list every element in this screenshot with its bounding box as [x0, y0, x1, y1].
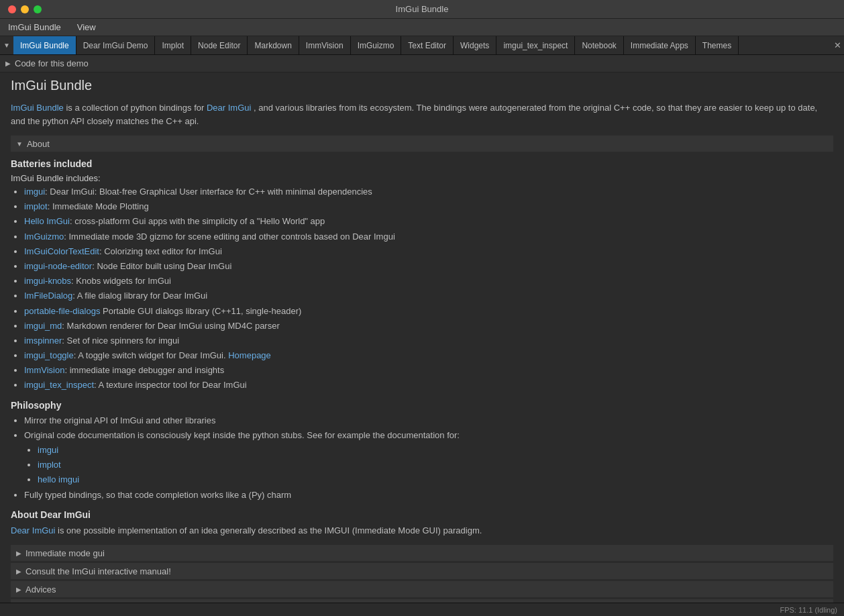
about-collapsible[interactable]: ▼ About [11, 136, 833, 152]
link-imgui-tex-inspect[interactable]: imgui_tex_inspect [24, 380, 94, 390]
title-bar: ImGui Bundle [0, 0, 844, 19]
list-item: ImGuiColorTextEdit: Colorizing text edit… [24, 246, 833, 258]
exp-label-2: Advices [25, 584, 56, 595]
about-arrow-icon: ▼ [16, 140, 23, 148]
code-bar-arrow-icon: ▶ [5, 60, 11, 67]
tab-node-editor[interactable]: Node Editor [191, 36, 248, 54]
phil-sub-item-implot: implot [38, 459, 833, 471]
battery-text-4: : Colorizing text editor for ImGui [99, 246, 222, 256]
tab-dear-imgui-demo[interactable]: Dear ImGui Demo [76, 36, 156, 54]
link-dear-imgui-2[interactable]: Dear ImGui [11, 525, 55, 535]
philosophy-heading: Philosophy [11, 400, 833, 411]
list-item: imgui-knobs: Knobs widgets for ImGui [24, 275, 833, 287]
batteries-heading: Batteries included [11, 158, 833, 169]
tab-bar: ▼ ImGui Bundle Dear ImGui Demo Implot No… [0, 36, 844, 55]
tab-widgets[interactable]: Widgets [454, 36, 496, 54]
list-item: imgui_toggle: A toggle switch widget for… [24, 350, 833, 362]
about-dear-section: About Dear ImGui Dear ImGui is one possi… [11, 509, 833, 537]
list-item: imgui: Dear ImGui: Bloat-free Graphical … [24, 186, 833, 198]
menu-bar: ImGui Bundle View [0, 19, 844, 36]
status-bar: FPS: 11.1 (Idling) [0, 603, 844, 616]
batteries-subheading: ImGui Bundle includes: [11, 173, 833, 183]
exp-label-1: Consult the ImGui interactive manual! [25, 566, 171, 576]
exp-arrow-icon-0: ▶ [16, 550, 21, 557]
page-title: ImGui Bundle [11, 78, 833, 93]
tab-immvision[interactable]: ImmVision [299, 36, 351, 54]
link-sub-hello-imgui[interactable]: hello imgui [38, 474, 79, 484]
code-bar[interactable]: ▶ Code for this demo [0, 55, 844, 72]
link-hello-imgui[interactable]: Hello ImGui [24, 216, 70, 226]
about-dear-text: is one possible implementation of an ide… [58, 525, 482, 535]
battery-text-13: : A texture inspector tool for Dear ImGu… [94, 380, 247, 390]
list-item: ImFileDialog: A file dialog library for … [24, 290, 833, 302]
battery-text-6: : Knobs widgets for ImGui [71, 276, 171, 286]
link-imgui-toggle[interactable]: imgui_toggle [24, 350, 74, 360]
expandable-item-1[interactable]: ▶ Consult the ImGui interactive manual! [11, 563, 833, 579]
tab-text-editor[interactable]: Text Editor [401, 36, 454, 54]
expandable-item-0[interactable]: ▶ Immediate mode gui [11, 545, 833, 561]
phil-text-2: Original code documentation is conscious… [24, 430, 460, 440]
link-sub-implot[interactable]: implot [38, 460, 61, 470]
phil-sublist: imgui implot hello imgui [24, 444, 833, 486]
close-button[interactable] [8, 5, 16, 13]
link-imgui-bundle[interactable]: ImGui Bundle [11, 103, 64, 113]
battery-text-8: Portable GUI dialogs library (C++11, sin… [100, 306, 301, 316]
list-item: imspinner: Set of nice spinners for imgu… [24, 335, 833, 347]
minimize-button[interactable] [21, 5, 29, 13]
link-dear-imgui[interactable]: Dear ImGui [207, 103, 251, 113]
main-content: ImGui Bundle ImGui Bundle is a collectio… [0, 72, 844, 603]
list-item: imgui-node-editor: Node Editor built usi… [24, 260, 833, 272]
tab-implot[interactable]: Implot [155, 36, 191, 54]
link-imgui[interactable]: imgui [24, 187, 45, 197]
battery-text-2: : cross-platform Gui apps with the simpl… [70, 216, 325, 226]
battery-text-10: : Set of nice spinners for imgui [62, 336, 179, 346]
link-imgui-knobs[interactable]: imgui-knobs [24, 276, 71, 286]
window-title: ImGui Bundle [396, 4, 449, 14]
tab-imguizmo[interactable]: ImGuizmo [351, 36, 402, 54]
link-imgui-md[interactable]: imgui_md [24, 321, 62, 331]
menu-item-view[interactable]: View [74, 21, 99, 34]
battery-text-3: : Immediate mode 3D gizmo for scene edit… [64, 232, 395, 242]
maximize-button[interactable] [34, 5, 42, 13]
list-item: ImGuizmo: Immediate mode 3D gizmo for sc… [24, 231, 833, 243]
tab-themes[interactable]: Themes [696, 36, 739, 54]
fps-display: FPS: 11.1 (Idling) [780, 606, 837, 614]
exp-label-0: Immediate mode gui [25, 548, 105, 558]
description-paragraph: ImGui Bundle is a collection of python b… [11, 101, 833, 127]
phil-item-2: Original code documentation is conscious… [24, 429, 833, 486]
tab-imgui-bundle[interactable]: ImGui Bundle [13, 36, 76, 54]
phil-item-1: Mirror the original API of ImGui and oth… [24, 415, 833, 427]
link-imgui-node-editor[interactable]: imgui-node-editor [24, 261, 92, 271]
link-imspinner[interactable]: imspinner [24, 336, 62, 346]
desc-text-1: is a collection of python bindings for [66, 103, 207, 113]
phil-item-3: Fully typed bindings, so that code compl… [24, 489, 833, 501]
battery-text-5: : Node Editor built using Dear ImGui [92, 261, 231, 271]
exp-arrow-icon-1: ▶ [16, 568, 21, 575]
about-label: About [27, 139, 50, 149]
list-item: implot: Immediate Mode Plotting [24, 201, 833, 213]
tab-markdown[interactable]: Markdown [248, 36, 299, 54]
link-imguizmo[interactable]: ImGuizmo [24, 232, 64, 242]
tab-immediate-apps[interactable]: Immediate Apps [624, 36, 696, 54]
list-item: portable-file-dialogs Portable GUI dialo… [24, 305, 833, 317]
battery-text-0: : Dear ImGui: Bloat-free Graphical User … [45, 187, 372, 197]
link-imguicolortextedit[interactable]: ImGuiColorTextEdit [24, 246, 99, 256]
link-imfiledialog[interactable]: ImFileDialog [24, 291, 72, 301]
link-portable-file-dialogs[interactable]: portable-file-dialogs [24, 306, 100, 316]
code-bar-label: Code for this demo [15, 58, 89, 68]
window-controls [8, 5, 42, 13]
expandable-item-2[interactable]: ▶ Advices [11, 581, 833, 597]
list-item: Hello ImGui: cross-platform Gui apps wit… [24, 215, 833, 227]
tab-imgui-tex-inspect[interactable]: imgui_tex_inspect [496, 36, 575, 54]
batteries-section: Batteries included ImGui Bundle includes… [11, 158, 833, 392]
close-all-tabs-button[interactable]: ✕ [831, 36, 844, 54]
tab-scroll-left[interactable]: ▼ [0, 36, 13, 54]
battery-text-12: : immediate image debugger and insights [64, 365, 224, 375]
link-implot[interactable]: implot [24, 201, 48, 211]
tab-notebook[interactable]: Notebook [575, 36, 623, 54]
link-immvision[interactable]: ImmVision [24, 365, 64, 375]
menu-item-imgui-bundle[interactable]: ImGui Bundle [5, 21, 64, 34]
expandable-list: ▶ Immediate mode gui ▶ Consult the ImGui… [11, 545, 833, 603]
link-homepage[interactable]: Homepage [228, 350, 271, 360]
link-sub-imgui[interactable]: imgui [38, 445, 58, 455]
